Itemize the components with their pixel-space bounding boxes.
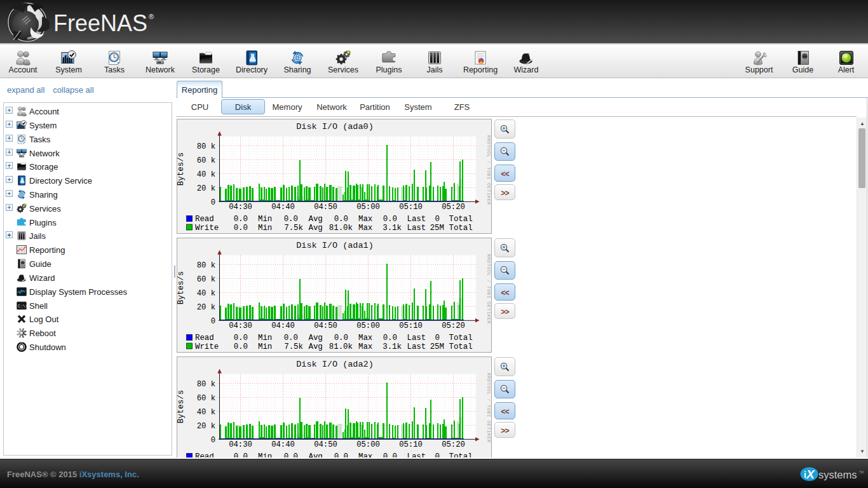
svg-text:Disk I/O (ada1): Disk I/O (ada1) (296, 241, 374, 250)
svg-text:X: X (806, 468, 815, 481)
svg-text:systems: systems (818, 469, 857, 480)
svg-text:C:\>: C:\> (18, 304, 27, 308)
svg-text:TM: TM (859, 470, 864, 474)
svg-text:Disk I/O (ada0): Disk I/O (ada0) (296, 122, 374, 132)
svg-text:Disk I/O (ada2): Disk I/O (ada2) (296, 360, 374, 369)
